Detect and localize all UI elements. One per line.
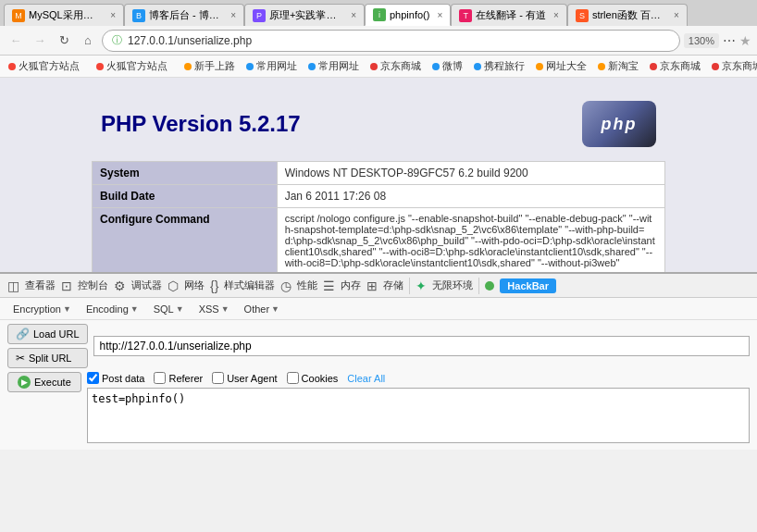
bookmarks-bar: 火狐官方站点 火狐官方站点 新手上路 常用网址 常用网址 京东商城 微博 携程旅… — [0, 56, 757, 78]
bookmark-taobao[interactable]: 新淘宝 — [593, 57, 643, 75]
referer-label: Referer — [168, 373, 203, 384]
tab-close-phpinfo[interactable]: × — [437, 10, 442, 20]
bookmark-wangda[interactable]: 网址大全 — [531, 57, 591, 75]
tab-close-php[interactable]: × — [351, 10, 356, 20]
phpinfo-container: PHP Version 5.2.17 php System Windows NT… — [0, 78, 757, 272]
load-url-button[interactable]: 🔗 Load URL — [7, 324, 88, 344]
hackbar-devtools-toolbar: ◫ 查看器 ⊡ 控制台 ⚙ 调试器 ⬡ 网络 {} 样式编辑器 ◷ 性能 ☰ 内… — [0, 272, 757, 298]
inspector-label[interactable]: 查看器 — [25, 278, 56, 292]
console-label[interactable]: 控制台 — [78, 278, 108, 292]
devtools-icon-group: ◫ 查看器 ⊡ 控制台 ⚙ 调试器 ⬡ 网络 {} 样式编辑器 ◷ 性能 ☰ 内… — [7, 278, 556, 294]
bookmark-yxhang[interactable]: 携程旅行 — [469, 57, 529, 75]
tab-close-strlen[interactable]: × — [674, 10, 679, 20]
bookmark-jd2[interactable]: 京东商城 — [645, 57, 705, 75]
referer-checkbox-label[interactable]: Referer — [154, 372, 203, 384]
sql-dropdown-arrow: ▼ — [176, 304, 184, 314]
encryption-menu[interactable]: Encryption ▼ — [7, 302, 77, 316]
postdata-checkbox[interactable] — [87, 372, 99, 384]
cookies-checkbox-label[interactable]: Cookies — [287, 372, 339, 384]
bookmark-label-weibo: 微博 — [442, 59, 463, 73]
bookmark-icon-huya2 — [96, 63, 104, 70]
table-val-builddate: Jan 6 2011 17:26 08 — [277, 185, 664, 208]
bookmark-icon-taobao — [598, 63, 605, 70]
inspector-icon[interactable]: ◫ — [7, 278, 19, 293]
forward-button[interactable]: → — [30, 31, 50, 51]
debugger-icon[interactable]: ⚙ — [114, 278, 126, 293]
infinity-env-label[interactable]: 无限环境 — [432, 278, 473, 292]
tab-close-boke[interactable]: × — [230, 10, 236, 20]
other-menu[interactable]: Other ▼ — [239, 302, 285, 316]
tab-close-mysql[interactable]: × — [110, 10, 116, 20]
url-input[interactable] — [93, 336, 750, 356]
bookmark-icon-weibo — [432, 63, 440, 70]
execute-label: Execute — [34, 377, 71, 388]
hackbar-tab[interactable]: HackBar — [500, 278, 556, 293]
bookmark-icon-wangda — [536, 63, 543, 70]
tab-mysql[interactable]: M MySQL采用内百函数 × — [4, 4, 124, 26]
storage-label[interactable]: 存储 — [383, 278, 403, 292]
performance-label[interactable]: 性能 — [297, 278, 317, 292]
memory-icon[interactable]: ☰ — [323, 278, 335, 293]
post-data-textarea[interactable] — [87, 388, 750, 443]
split-url-button[interactable]: ✂ Split URL — [7, 348, 88, 368]
performance-icon[interactable]: ◷ — [280, 278, 292, 293]
encoding-dropdown-arrow: ▼ — [130, 304, 139, 314]
address-bar[interactable]: ⓘ 127.0.0.1/unserialize.php — [102, 30, 680, 52]
xss-dropdown-arrow: ▼ — [221, 304, 230, 314]
more-options-icon[interactable]: ⋯ — [723, 33, 736, 48]
infinity-env-icon[interactable]: ✦ — [416, 278, 427, 293]
hackbar-active-dot — [485, 281, 494, 291]
style-editor-icon[interactable]: {} — [210, 278, 218, 293]
clear-all-link[interactable]: Clear All — [347, 373, 385, 384]
tab-label-phpinfo: phpinfo() — [390, 9, 429, 20]
debugger-label[interactable]: 调试器 — [131, 278, 162, 292]
bookmark-label-jd: 京东商城 — [380, 59, 421, 73]
back-button[interactable]: ← — [6, 31, 26, 51]
tab-favicon-mysql: M — [12, 9, 25, 22]
bookmark-icon-huya1 — [8, 63, 16, 70]
bookmark-star-icon[interactable]: ★ — [739, 33, 751, 48]
bookmark-jd[interactable]: 京东商城 — [366, 57, 426, 75]
sql-menu-label: SQL — [154, 303, 174, 315]
tab-phpinfo[interactable]: i phpinfo() × — [365, 4, 451, 26]
useragent-label: User Agent — [227, 373, 277, 384]
referer-checkbox[interactable] — [154, 372, 166, 384]
other-menu-label: Other — [244, 303, 270, 315]
checkboxes-row: Post data Referer User Agent Cookies Cle… — [87, 372, 750, 384]
bookmark-huya1[interactable]: 火狐官方站点 — [4, 57, 84, 75]
bookmark-road[interactable]: 新手上路 — [180, 57, 240, 75]
tab-strlen[interactable]: S strlen函数 百度搜索 × — [567, 4, 688, 26]
storage-icon[interactable]: ⊞ — [366, 278, 378, 293]
memory-label[interactable]: 内存 — [341, 278, 361, 292]
network-label[interactable]: 网络 — [184, 278, 205, 292]
tab-boke[interactable]: B 博客后台 - 博有网 × — [124, 4, 244, 26]
bookmark-jd3[interactable]: 京东商城 — [707, 57, 757, 75]
table-row: System Windows NT DESKTOP-89GFC57 6.2 bu… — [93, 162, 665, 185]
network-icon[interactable]: ⬡ — [168, 278, 179, 293]
style-editor-label[interactable]: 样式编辑器 — [224, 278, 275, 292]
xss-menu[interactable]: XSS ▼ — [193, 302, 235, 316]
split-url-icon: ✂ — [16, 352, 25, 365]
sql-menu[interactable]: SQL ▼ — [148, 302, 190, 316]
bookmark-huya2[interactable]: 火狐官方站点 — [92, 57, 172, 75]
bookmark-weibo[interactable]: 微博 — [428, 57, 467, 75]
cookies-checkbox[interactable] — [287, 372, 299, 384]
useragent-checkbox-label[interactable]: User Agent — [212, 372, 277, 384]
encoding-menu[interactable]: Encoding ▼ — [81, 302, 144, 316]
bookmark-common2[interactable]: 常用网址 — [304, 57, 364, 75]
tab-close-trans[interactable]: × — [553, 10, 559, 20]
bookmark-common1[interactable]: 常用网址 — [242, 57, 302, 75]
tab-label-boke: 博客后台 - 博有网 — [149, 8, 223, 22]
bookmark-icon-jd3 — [712, 63, 719, 70]
execute-button[interactable]: ▶ Execute — [7, 372, 81, 392]
home-button[interactable]: ⌂ — [78, 31, 98, 51]
refresh-button[interactable]: ↻ — [54, 31, 74, 51]
postdata-checkbox-label[interactable]: Post data — [87, 372, 144, 384]
tab-favicon-php: P — [253, 9, 266, 22]
tab-php[interactable]: P 原理+实践掌握(PHP环... × — [244, 4, 365, 26]
tab-trans[interactable]: T 在线翻译 - 有道 × — [451, 4, 567, 26]
execute-icon: ▶ — [18, 376, 31, 389]
console-icon[interactable]: ⊡ — [61, 278, 72, 293]
phpinfo-table: System Windows NT DESKTOP-89GFC57 6.2 bu… — [92, 161, 665, 272]
useragent-checkbox[interactable] — [212, 372, 224, 384]
